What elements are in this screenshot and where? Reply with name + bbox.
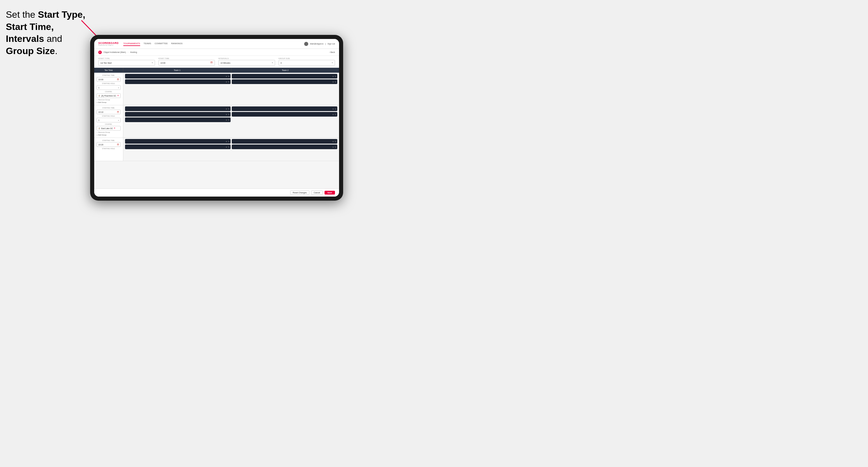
player-x-2-1[interactable]: ✕ (226, 108, 227, 110)
add-group-2[interactable]: + Add Group (97, 134, 121, 136)
add-group-1[interactable]: + Add Group (97, 101, 121, 103)
player-edit-2-extra[interactable]: ✎ (228, 119, 229, 121)
starting-time-label-2: STARTING TIME: (97, 107, 121, 109)
team2-col-2: ✕ ✎ ✕ ✎ (232, 106, 337, 136)
tournament-name: Clippd Invitational (Main) (103, 51, 126, 53)
player-x-1-3[interactable]: ✕ (332, 75, 334, 77)
start-time-label: Start Time (158, 58, 215, 59)
starting-time-input-3[interactable]: 10:20 ⏰ (97, 142, 121, 147)
start-type-select[interactable]: 1st Tee Start ▾ (98, 60, 155, 66)
reset-button[interactable]: Reset Changes (290, 190, 309, 195)
teams-cell-2: ✕ ✎ ✕ ✎ ✕ ✎ ✕ (123, 105, 339, 137)
starting-hole-label-2: STARTING HOLE: (97, 115, 121, 117)
player-edit-1-2[interactable]: ✎ (228, 81, 229, 83)
player-row-1-2: ✕ ✎ (125, 80, 230, 84)
nav-links: TOURNAMENTS TEAMS COMMITTEE RANKINGS (123, 41, 304, 46)
player-edit-2-4[interactable]: ✎ (335, 114, 336, 116)
player-x-2-2[interactable]: ✕ (226, 114, 227, 116)
tee-cell-2: STARTING TIME: 10:10 ⏰ STARTING HOLE: 1 … (94, 105, 123, 137)
player-x-3-1[interactable]: ✕ (226, 141, 227, 143)
tee-cell-1: STARTING TIME: 10:00 ⏰ STARTING HOLE: 1 … (94, 73, 123, 105)
player-x-1-2[interactable]: ✕ (226, 81, 227, 83)
user-avatar (304, 42, 308, 46)
start-time-value: 10:00 (160, 62, 166, 64)
player-x-3-2[interactable]: ✕ (226, 146, 227, 148)
nav-tournaments[interactable]: TOURNAMENTS (123, 41, 140, 46)
player-row-2-3: ✕ ✎ (232, 106, 337, 111)
player-edit-1-3[interactable]: ✎ (335, 75, 336, 77)
intervals-value: 10 Minutes (220, 62, 230, 64)
remove-group-2[interactable]: ○Remove Group (97, 131, 121, 133)
team1-col-1: ✕ ✎ ✕ ✎ (125, 74, 230, 104)
tee-cell-3: STARTING TIME: 10:20 ⏰ STARTING HOLE: (94, 138, 123, 161)
nav-rankings[interactable]: RANKINGS (171, 41, 183, 46)
player-edit-2-1[interactable]: ✎ (228, 108, 229, 110)
player-edit-2-3[interactable]: ✎ (335, 108, 336, 110)
player-x-1-1[interactable]: ✕ (226, 75, 227, 77)
starting-time-label-1: STARTING TIME: (97, 74, 121, 76)
course-label-1: COURSE: (97, 91, 121, 92)
th-team1: Team 1 (123, 68, 231, 73)
player-edit-3-1[interactable]: ✎ (228, 141, 229, 143)
start-time-select[interactable]: 10:00 ⏰ (158, 60, 215, 66)
start-type-group: Start Type 1st Tee Start ▾ (98, 58, 155, 66)
player-row-3-3: ✕ ✎ (232, 139, 337, 144)
player-row-2-4: ✕ ✎ (232, 112, 337, 117)
save-button[interactable]: Save (324, 191, 335, 194)
player-x-2-4[interactable]: ✕ (332, 114, 334, 116)
player-x-3-3[interactable]: ✕ (332, 141, 334, 143)
intervals-select[interactable]: 10 Minutes ▾ (218, 60, 275, 66)
starting-hole-label-1: STARTING HOLE: (97, 83, 121, 84)
player-edit-2-2[interactable]: ✎ (228, 114, 229, 116)
player-x-3-4[interactable]: ✕ (332, 146, 334, 148)
instruction-bold3: Intervals (6, 33, 44, 44)
starting-hole-input-2[interactable]: 1 ▾ (97, 118, 121, 122)
player-row-3-2: ✕ ✎ (125, 145, 230, 149)
group-size-value: 3 (281, 62, 282, 64)
player-edit-3-4[interactable]: ✎ (335, 146, 336, 148)
starting-time-input-2[interactable]: 10:10 ⏰ (97, 110, 121, 114)
group-row-3: STARTING TIME: 10:20 ⏰ STARTING HOLE: ✕ … (94, 138, 339, 161)
th-tee-time: Tee Time (94, 68, 123, 73)
player-row-1-1: ✕ ✎ (125, 74, 230, 79)
course-remove-1[interactable]: ✕ (117, 94, 119, 97)
player-row-1-4: ✕ ✎ (232, 80, 337, 84)
nav-committee[interactable]: COMMITTEE (155, 41, 168, 46)
player-edit-1-1[interactable]: ✎ (228, 75, 229, 77)
player-edit-1-4[interactable]: ✎ (335, 81, 336, 83)
starting-hole-input-1[interactable]: 1 ▾ (97, 85, 121, 90)
instruction-suffix4: . (55, 45, 58, 56)
player-x-2-3[interactable]: ✕ (332, 108, 334, 110)
back-button[interactable]: ‹ Back (329, 51, 335, 53)
player-x-2-extra[interactable]: ✕ (226, 119, 227, 121)
controls-row: Start Type 1st Tee Start ▾ Start Time 10… (94, 56, 339, 68)
player-row-2-2: ✕ ✎ (125, 112, 230, 117)
group-size-group: Group Size 3 ▾ (279, 58, 335, 66)
group-size-select[interactable]: 3 ▾ (279, 60, 335, 66)
player-row-1-3: ✕ ✎ (232, 74, 337, 79)
player-row-3-4: ✕ ✎ (232, 145, 337, 149)
starting-time-input-1[interactable]: 10:00 ⏰ (97, 77, 121, 82)
instruction-bold2: Start Time, (6, 22, 54, 32)
course-tag-1[interactable]: 🏌 (A) Peachtree GC ✕ (97, 93, 121, 98)
sign-out-link[interactable]: Sign out (328, 43, 335, 45)
course-remove-2[interactable]: ✕ (114, 127, 116, 129)
player-edit-3-3[interactable]: ✎ (335, 141, 336, 143)
instruction-bold4: Group Size (6, 45, 55, 56)
group-row-1: STARTING TIME: 10:00 ⏰ STARTING HOLE: 1 … (94, 73, 339, 105)
player-edit-3-2[interactable]: ✎ (228, 146, 229, 148)
group-row-2: STARTING TIME: 10:10 ⏰ STARTING HOLE: 1 … (94, 105, 339, 138)
table-scroll[interactable]: STARTING TIME: 10:00 ⏰ STARTING HOLE: 1 … (94, 73, 339, 188)
breadcrumb-separator: › (128, 51, 128, 53)
nav-teams[interactable]: TEAMS (144, 41, 151, 46)
table-header: Tee Time Team 1 Team 2 (94, 68, 339, 73)
navbar: SCOREBOARD Powered by clipp.d TOURNAMENT… (94, 39, 339, 49)
breadcrumb-section: Hosting (130, 51, 137, 53)
team1-col-3: ✕ ✎ ✕ ✎ (125, 139, 230, 160)
cancel-button[interactable]: Cancel (311, 190, 323, 195)
remove-group-1[interactable]: ○Remove Group (97, 99, 121, 101)
course-tag-2[interactable]: 🏌 East Lake GC ✕ (97, 126, 121, 130)
nav-right: blair@clippd.io | Sign out (304, 42, 335, 46)
starting-hole-label-3: STARTING HOLE: (97, 148, 121, 150)
player-x-1-4[interactable]: ✕ (332, 81, 334, 83)
